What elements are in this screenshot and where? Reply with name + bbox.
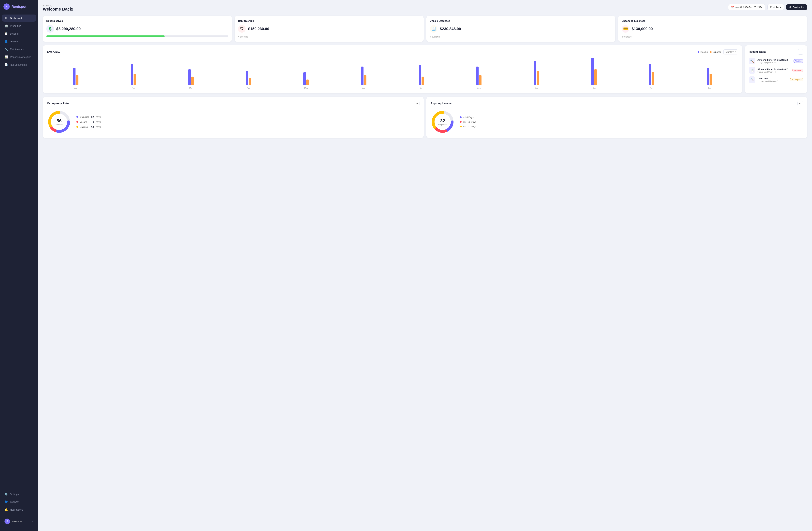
bar-label: Nov xyxy=(650,87,653,89)
stat-title-0: Rent Received xyxy=(46,19,228,22)
stat-icon-0: 💲 xyxy=(46,25,54,33)
occ-legend-dot-2 xyxy=(76,126,78,128)
customize-label: Customize xyxy=(793,6,804,9)
stat-amount-1: $150,230.00 xyxy=(248,27,269,31)
expiring-center: 32 Properties xyxy=(438,118,447,126)
sidebar-item-maintenance[interactable]: 🔧Maintenance xyxy=(2,46,36,53)
expiring-header: Expiring Leases ··· xyxy=(431,101,803,106)
bar-label: Sep xyxy=(535,87,538,89)
task-name-1: Air conditioner in elevator#2 xyxy=(757,68,790,71)
portfolio-label: Portfolio xyxy=(770,6,779,9)
nav-icon-leasing: 📋 xyxy=(4,32,8,35)
monthly-button[interactable]: Monthly ▾ xyxy=(723,49,738,55)
nav-label-tenants: Tenants xyxy=(10,40,18,43)
gear-icon: ⚙ xyxy=(789,6,791,9)
occ-legend-unit-1: Units xyxy=(97,121,101,123)
bars xyxy=(188,69,194,85)
bar-group: Jan xyxy=(48,68,104,89)
date-range-text: Jan 01, 2024-Dec 23, 2024 xyxy=(735,6,763,9)
occupancy-label: Properties xyxy=(55,124,63,126)
nav-icon-settings: ⚙️ xyxy=(4,492,8,496)
expanse-bar xyxy=(364,75,366,85)
bars xyxy=(534,61,539,85)
task-name-0: Air conditioner in elevator#2 xyxy=(757,59,792,61)
nav-label-leasing: Leasing xyxy=(10,32,18,35)
stat-title-2: Unpaid Expenses xyxy=(430,19,612,22)
sidebar-item-notifications[interactable]: 🔔Notifications xyxy=(2,506,36,513)
main-content: Hi Stella, Welcome Back! 📅 Jan 01, 2024-… xyxy=(38,0,812,531)
task-meta-1: 6 days ago | Unit 4- 4F xyxy=(757,71,790,73)
stat-title-3: Upcoming Expenses xyxy=(622,19,804,22)
occupancy-donut: 56 Properties xyxy=(47,110,71,134)
occ-legend-label-1: Vacant xyxy=(80,121,91,123)
nav-icon-dashboard: ⊞ xyxy=(4,16,8,20)
sidebar-item-properties[interactable]: 🏢Properties xyxy=(2,22,36,29)
exp-legend-dot-2 xyxy=(460,126,462,127)
bars xyxy=(707,68,712,85)
nav-icon-support: 💙 xyxy=(4,500,8,503)
stat-icon-row-3: 💳 $130,000.00 xyxy=(622,25,804,33)
expanse-dot xyxy=(710,51,712,53)
task-badge-1: Overdue xyxy=(792,69,803,72)
exp-legend-label-2: 61 - 90 Days xyxy=(463,125,476,128)
sidebar-item-settings[interactable]: ⚙️Settings xyxy=(2,490,36,498)
sidebar-item-leasing[interactable]: 📋Leasing xyxy=(2,30,36,37)
logout-icon[interactable]: → xyxy=(31,520,33,523)
date-picker[interactable]: 📅 Jan 01, 2024-Dec 23, 2024 xyxy=(728,4,765,10)
occupancy-legend-item: Vacant 6 Units xyxy=(76,120,101,124)
bars xyxy=(649,63,654,85)
sidebar-item-reports[interactable]: 📊Reports & Analytics xyxy=(2,54,36,60)
bar-group: May xyxy=(278,72,334,89)
expiring-leases-card: Expiring Leases ··· 32 Properties xyxy=(426,97,807,138)
header-text: Hi Stella, Welcome Back! xyxy=(43,4,73,12)
expanse-bar xyxy=(594,69,597,85)
more-button[interactable]: ··· xyxy=(798,49,803,55)
nav-icon-notifications: 🔔 xyxy=(4,508,8,511)
expiring-donut: 32 Properties xyxy=(431,110,455,134)
portfolio-select[interactable]: Portfolio ▾ xyxy=(767,4,784,10)
stat-card-1: Rent Overdue 🛡 $150,230.00 4 overdue xyxy=(235,16,424,42)
income-label: Income xyxy=(700,51,708,53)
recent-tasks-card: Recent Tasks ··· 🔨 Air conditioner in el… xyxy=(745,45,807,93)
nav-label-properties: Properties xyxy=(10,25,21,27)
income-bar xyxy=(73,68,75,85)
bar-label: Feb xyxy=(132,87,135,89)
overview-title: Overview xyxy=(47,50,60,54)
sidebar-item-dashboard[interactable]: ⊞Dashboard xyxy=(2,15,36,21)
expiring-donut-section: 32 Properties < 30 Days 31 - 60 Days 61 … xyxy=(431,110,803,134)
occupancy-legend: Occupied 32 Units Vacant 6 Units Unliste… xyxy=(76,115,101,128)
stat-card-2: Unpaid Expenses 🧾 $230,846.00 4 overdue xyxy=(426,16,615,42)
occupancy-more-button[interactable]: ··· xyxy=(414,101,419,106)
legend-income: Income xyxy=(698,51,708,53)
logo: R Rentspot xyxy=(0,3,38,15)
stat-icon-row-1: 🛡 $150,230.00 xyxy=(238,25,420,33)
chevron-down-icon: ▾ xyxy=(735,51,736,53)
stat-subtitle-3: 4 overdue xyxy=(622,35,804,38)
header-controls: 📅 Jan 01, 2024-Dec 23, 2024 Portfolio ▾ … xyxy=(728,4,807,10)
sidebar-item-tax[interactable]: 📄Tax Documents xyxy=(2,61,36,68)
bar-label: Mar xyxy=(189,87,193,89)
stat-card-3: Upcoming Expenses 💳 $130,000.00 4 overdu… xyxy=(618,16,807,42)
stat-amount-2: $230,846.00 xyxy=(440,27,461,31)
bar-group: Apr xyxy=(220,71,277,89)
customize-button[interactable]: ⚙ Customize xyxy=(786,4,807,10)
legend-expanse: Expanse xyxy=(710,51,722,53)
stat-amount-0: $3,290,280.00 xyxy=(56,27,81,31)
bars xyxy=(361,67,366,85)
exp-legend-dot-0 xyxy=(460,116,462,118)
bar-group: Jul xyxy=(393,65,449,89)
sidebar-item-support[interactable]: 💙Support xyxy=(2,498,36,505)
task-badge-0: Waitlist xyxy=(794,59,803,63)
overview-header: Overview Income Expanse Monthly ▾ xyxy=(47,49,738,55)
mid-row: Overview Income Expanse Monthly ▾ xyxy=(43,45,807,93)
expiring-more-button[interactable]: ··· xyxy=(797,101,803,106)
income-bar xyxy=(188,69,191,85)
nav-label-maintenance: Maintenance xyxy=(10,48,24,51)
expanse-bar xyxy=(249,78,251,85)
income-dot xyxy=(698,51,699,53)
sidebar-item-tenants[interactable]: 👤Tenants xyxy=(2,38,36,45)
bar-label: May xyxy=(304,87,308,89)
bars xyxy=(591,58,597,85)
task-item: 🔨 Air conditioner in elevator#2 3 days a… xyxy=(749,58,803,64)
progress-fill xyxy=(46,35,165,37)
